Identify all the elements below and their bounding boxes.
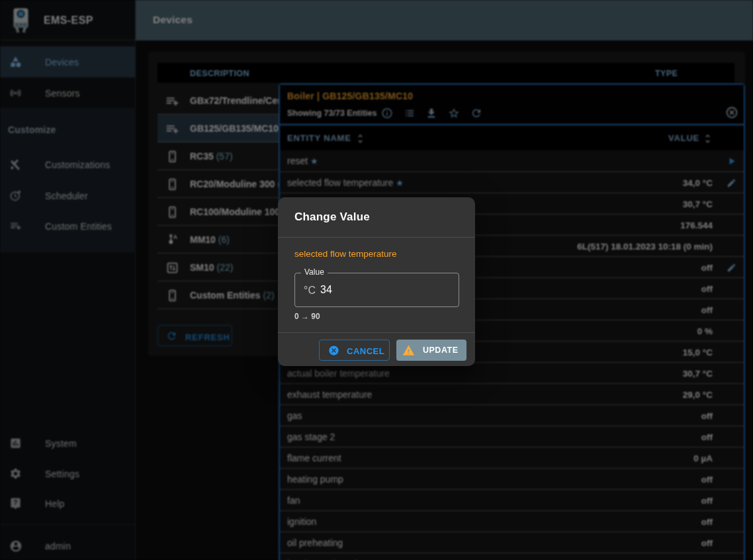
svg-text:A: A (173, 234, 178, 240)
svg-text:?: ? (13, 499, 17, 506)
